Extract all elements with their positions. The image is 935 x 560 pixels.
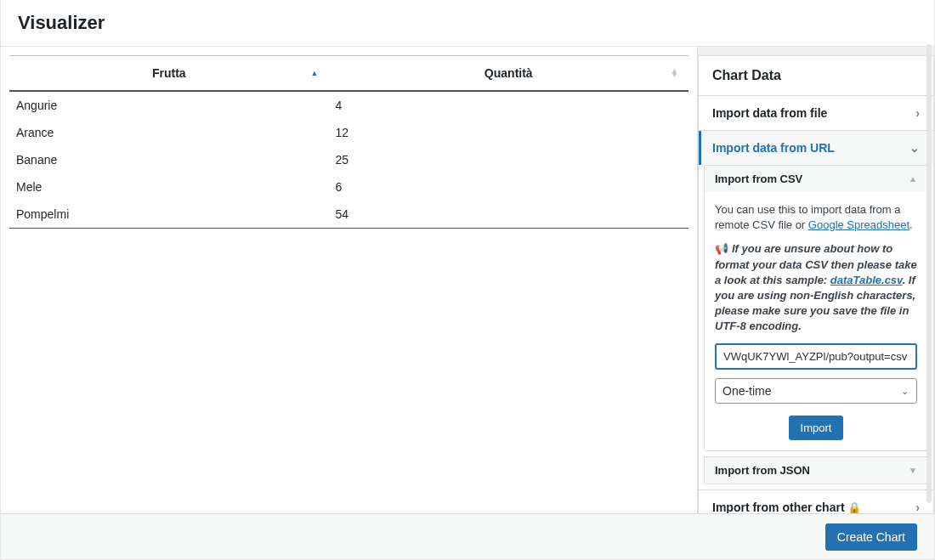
- page-header: Visualizer: [1, 0, 934, 47]
- page-title: Visualizer: [18, 12, 917, 34]
- cell: 4: [329, 91, 688, 119]
- accordion-label: Import from other chart 🔒: [712, 501, 861, 514]
- cell: Pompelmi: [9, 201, 329, 229]
- csv-format-hint: 📢If you are unsure about how to format y…: [715, 241, 917, 334]
- accordion-label: Import data from file: [712, 106, 827, 120]
- chevron-down-icon: ⌄: [910, 141, 920, 155]
- lock-icon: 🔒: [847, 501, 861, 514]
- cell: 54: [329, 201, 688, 229]
- megaphone-icon: 📢: [715, 242, 728, 255]
- sub-accordion-label: Import from CSV: [715, 173, 802, 185]
- chevron-right-icon: ›: [915, 106, 920, 120]
- data-table: Frutta Quantità Angurie 4 Arance 12: [9, 55, 688, 229]
- csv-help-text: You can use this to import data from a r…: [715, 202, 917, 233]
- accordion-import-from-file[interactable]: Import data from file ›: [699, 96, 933, 130]
- table-row: Banane 25: [9, 146, 688, 173]
- expand-down-icon: ▼: [909, 466, 917, 475]
- csv-import-body: You can use this to import data from a r…: [705, 192, 927, 450]
- column-label: Frutta: [152, 66, 186, 80]
- collapse-up-icon: ▲: [909, 174, 917, 184]
- sample-csv-link[interactable]: dataTable.csv: [830, 274, 903, 286]
- sub-accordion-json: Import from JSON ▼: [704, 456, 928, 484]
- column-label: Quantità: [484, 66, 533, 80]
- column-header-quantita[interactable]: Quantità: [329, 56, 688, 92]
- cell: 12: [329, 119, 688, 146]
- text: Import from other chart: [712, 501, 845, 514]
- csv-url-input[interactable]: [715, 343, 917, 370]
- table-row: Pompelmi 54: [9, 201, 688, 229]
- sort-icon: [671, 69, 678, 77]
- table-row: Arance 12: [9, 119, 688, 146]
- google-spreadsheet-link[interactable]: Google Spreadsheet: [808, 218, 910, 231]
- chart-preview-area: Frutta Quantità Angurie 4 Arance 12: [1, 47, 697, 518]
- accordion-label: Import data from URL: [712, 141, 835, 155]
- footer-bar: Create Chart: [1, 513, 934, 559]
- sub-accordion-label: Import from JSON: [715, 464, 810, 477]
- panel-title: Chart Data: [699, 56, 933, 95]
- cell: Arance: [9, 119, 329, 146]
- cell: Mele: [9, 173, 329, 201]
- chart-data-panel: Chart Data Import data from file › Impor…: [698, 55, 934, 518]
- sub-accordion-json-header[interactable]: Import from JSON ▼: [705, 457, 927, 484]
- cell: 25: [329, 146, 688, 173]
- import-button[interactable]: Import: [789, 416, 844, 440]
- table-row: Angurie 4: [9, 91, 688, 119]
- cell: 6: [329, 173, 688, 201]
- sub-accordion-csv: Import from CSV ▲ You can use this to im…: [704, 165, 928, 451]
- accordion-import-from-url[interactable]: Import data from URL ⌄: [699, 131, 933, 165]
- cell: Angurie: [9, 91, 329, 119]
- sort-asc-icon: [311, 71, 319, 76]
- scrollbar[interactable]: [926, 44, 932, 503]
- chevron-right-icon: ›: [915, 501, 920, 514]
- cell: Banane: [9, 146, 329, 173]
- column-header-frutta[interactable]: Frutta: [9, 56, 329, 92]
- create-chart-button[interactable]: Create Chart: [825, 523, 917, 551]
- table-row: Mele 6: [9, 173, 688, 201]
- settings-sidebar: Chart Data Import data from file › Impor…: [697, 47, 934, 518]
- import-frequency-select[interactable]: One-time: [715, 378, 917, 404]
- sub-accordion-csv-header[interactable]: Import from CSV ▲: [705, 166, 927, 192]
